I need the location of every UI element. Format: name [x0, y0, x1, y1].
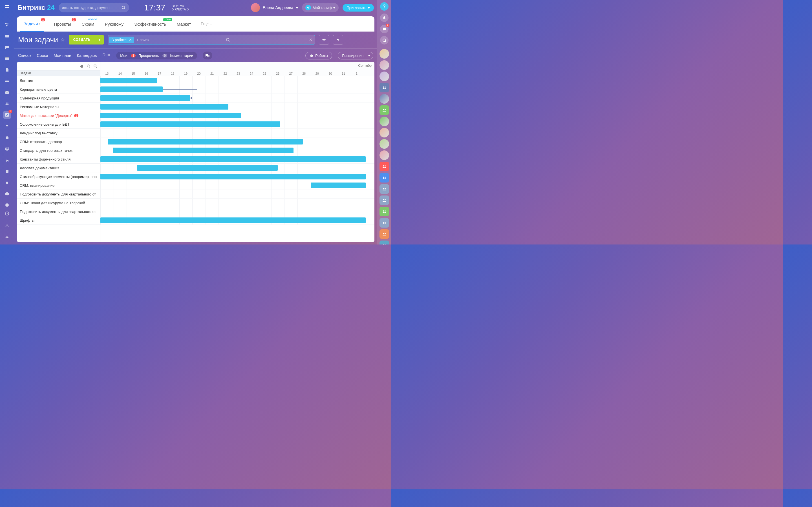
nav-check-icon[interactable] — [3, 201, 11, 209]
view-calendar[interactable]: Календарь — [77, 53, 97, 58]
chip-close-icon[interactable]: ✕ — [129, 38, 132, 42]
nav-calendar-icon[interactable] — [3, 55, 11, 62]
tab-more[interactable]: Еще ⌄ — [198, 22, 216, 26]
tab-supervise[interactable]: Руковожу — [101, 16, 128, 32]
tab-projects[interactable]: Проекты1 — [50, 16, 75, 32]
tab-efficiency[interactable]: Эффективность100% — [130, 16, 170, 32]
create-button[interactable]: СОЗДАТЬ ▼ — [69, 35, 104, 45]
view-myplan[interactable]: Мой план — [54, 53, 71, 58]
contact-avatar[interactable] — [379, 128, 389, 137]
filter-bar[interactable]: В работе✕ + поиск ✕ — [108, 35, 315, 45]
zoom-out-icon[interactable] — [87, 64, 91, 68]
settings-button[interactable] — [319, 35, 329, 45]
nav-groups-icon[interactable] — [3, 100, 11, 108]
nav-sitemap-icon[interactable] — [3, 221, 11, 229]
group-chat-icon[interactable] — [379, 105, 389, 115]
channel-icon[interactable] — [379, 173, 389, 182]
user-menu[interactable]: Елена Андреева ▾ — [251, 3, 298, 12]
comments-link[interactable]: Комментарии — [170, 54, 193, 58]
nav-help-icon[interactable]: ? — [3, 210, 11, 217]
group-chat-icon[interactable] — [379, 83, 389, 93]
notifications-icon[interactable] — [380, 13, 389, 22]
contact-avatar[interactable] — [379, 151, 389, 160]
nav-android-icon[interactable] — [3, 179, 11, 186]
nav-company-icon[interactable] — [3, 133, 11, 142]
hamburger-icon[interactable]: ☰ — [3, 2, 11, 12]
gantt-bar[interactable] — [137, 165, 278, 171]
tab-scrum[interactable]: НОВОЕСкрам — [78, 16, 98, 32]
task-row[interactable]: CRM: Ткани для шоурума на Тверской — [17, 199, 100, 207]
help-icon[interactable]: ? — [380, 2, 389, 11]
contact-avatar[interactable] — [379, 71, 389, 81]
channel-icon[interactable] — [379, 162, 389, 171]
channel-icon[interactable] — [379, 195, 389, 205]
view-gantt[interactable]: Гант — [103, 53, 111, 58]
search-icon[interactable] — [380, 36, 389, 45]
automation-button[interactable] — [333, 35, 343, 45]
task-row[interactable]: Стилеобразующие элементы (например, сло — [17, 172, 100, 181]
gantt-timeline[interactable]: Сентябр 13141516171819202122232425262728… — [100, 62, 374, 242]
task-row[interactable]: Рекламные материалы — [17, 103, 100, 111]
worktime[interactable]: 00:26:29 РАБОТАЮ — [172, 4, 189, 11]
tariff-button[interactable]: Мой тариф ▾ — [302, 3, 339, 12]
task-row[interactable]: Сувенирная продукция — [17, 94, 100, 103]
nav-shop-icon[interactable] — [3, 156, 11, 164]
task-row[interactable]: CRM: отправить договор — [17, 137, 100, 146]
view-list[interactable]: Список — [18, 53, 31, 58]
channel-icon[interactable] — [379, 184, 389, 194]
gantt-bar[interactable] — [100, 87, 163, 92]
gantt-bar[interactable] — [100, 113, 241, 118]
recent-chat-icon[interactable]: 2 — [380, 25, 389, 33]
nav-contacts-icon[interactable] — [3, 167, 11, 175]
task-row[interactable]: Макет для выставки "Десерты"1 — [17, 111, 100, 120]
nav-tasks-icon[interactable]: 1 — [3, 111, 11, 119]
nav-target-icon[interactable] — [3, 145, 11, 153]
contact-avatar[interactable] — [379, 60, 389, 70]
channel-icon[interactable] — [379, 240, 389, 244]
nav-docs-icon[interactable] — [3, 66, 11, 74]
invite-button[interactable]: Пригласить ▾ — [343, 4, 374, 11]
task-row[interactable]: CRM: планирование — [17, 181, 100, 190]
nav-settings-icon[interactable] — [3, 233, 11, 241]
view-deadlines[interactable]: Сроки — [37, 53, 48, 58]
task-row[interactable]: Корпоративные цвета — [17, 85, 100, 94]
star-icon[interactable]: ☆ — [60, 37, 65, 43]
gantt-bar[interactable] — [113, 148, 294, 153]
robots-button[interactable]: Роботы — [305, 52, 332, 59]
nav-mail-icon[interactable] — [3, 89, 11, 96]
task-row[interactable]: Лендинг под выставку — [17, 129, 100, 137]
gantt-bar[interactable] — [311, 182, 366, 188]
logo[interactable]: Битрикс 24 — [17, 4, 55, 11]
print-icon[interactable] — [80, 64, 84, 68]
nav-chat-icon[interactable] — [3, 43, 11, 51]
overdue-link[interactable]: Просрочены — [139, 54, 160, 58]
gantt-bar[interactable] — [100, 156, 366, 162]
contact-avatar[interactable] — [379, 117, 389, 126]
zoom-in-icon[interactable] — [93, 64, 97, 68]
task-row[interactable]: Подготовить документы для квартального о… — [17, 190, 100, 199]
channel-icon[interactable] — [379, 218, 389, 228]
task-row[interactable]: Константы фирменного стиля — [17, 155, 100, 164]
tab-tasks[interactable]: Задачи1› — [20, 16, 44, 32]
chat-counter-button[interactable] — [203, 52, 212, 59]
channel-icon[interactable] — [379, 229, 389, 239]
task-row[interactable]: Шрифты — [17, 216, 100, 225]
gantt-bar[interactable] — [100, 174, 366, 179]
task-row[interactable]: Стандарты для торговых точек — [17, 146, 100, 155]
task-row[interactable]: Оформление сцены для БДТ — [17, 120, 100, 129]
nav-filter-icon[interactable] — [3, 122, 11, 130]
nav-box-icon[interactable] — [3, 190, 11, 198]
gantt-bar[interactable] — [100, 104, 229, 110]
channel-icon[interactable] — [379, 207, 389, 216]
gantt-bar[interactable] — [100, 217, 366, 223]
gantt-bar[interactable] — [100, 121, 280, 127]
filter-clear-icon[interactable]: ✕ — [307, 38, 315, 42]
contact-avatar[interactable] — [379, 139, 389, 149]
task-row[interactable]: Подготовить документы для квартального о… — [17, 207, 100, 216]
gantt-bar[interactable] — [108, 139, 303, 145]
search-icon[interactable] — [121, 6, 126, 10]
gantt-bar[interactable] — [100, 78, 157, 83]
nav-feed-icon[interactable] — [3, 21, 11, 29]
create-dropdown[interactable]: ▼ — [95, 35, 104, 45]
nav-news-icon[interactable] — [3, 32, 11, 40]
